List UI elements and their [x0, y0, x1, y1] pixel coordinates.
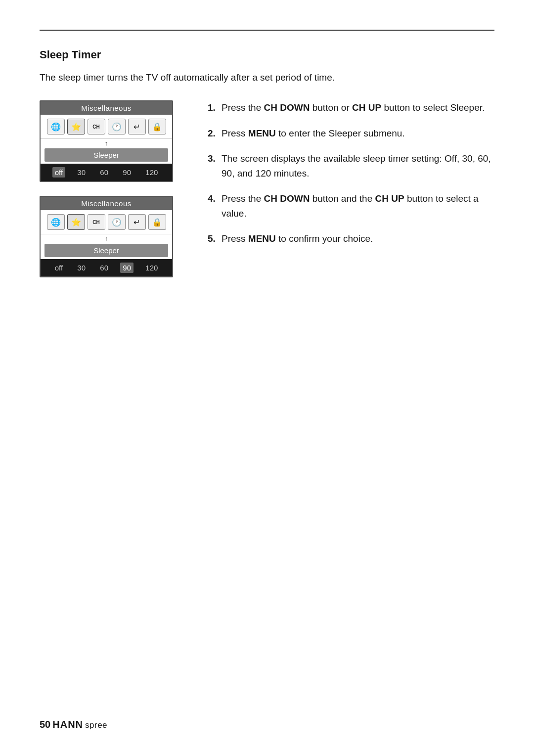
option-90-first: 90 [120, 167, 134, 178]
icon-channel: CH [88, 119, 105, 134]
icon-star-special-2: ⭐ [67, 214, 85, 230]
channel-icon: CH [92, 124, 99, 130]
icon-return: ↵ [128, 119, 146, 134]
tv-menu-second: Miscellaneous 🌐 ⭐ CH 🕐 ↵ [40, 196, 173, 277]
brand-hann: HANN [52, 719, 83, 730]
step-4: 4. Press the CH DOWN button and the CH U… [208, 191, 494, 221]
step-2-text: Press MENU to enter the Sleeper submenu. [222, 126, 405, 140]
icon-clock-2: 🕐 [108, 214, 126, 230]
star-icon-2: ⭐ [71, 218, 81, 227]
submenu-label-second: Sleeper [44, 244, 168, 257]
lock-icon: 🔒 [152, 122, 162, 132]
top-divider [40, 30, 494, 31]
arrow-indicator-second: ↑ [41, 234, 172, 242]
options-row-first: off 30 60 90 120 [41, 164, 172, 181]
option-30-second: 30 [75, 263, 88, 273]
icon-return-2: ↵ [128, 214, 146, 230]
step-1-number: 1. [208, 100, 222, 115]
step-5-text: Press MENU to confirm your choice. [222, 231, 373, 246]
globe-icon-2: 🌐 [51, 218, 61, 227]
return-icon-2: ↵ [134, 218, 140, 227]
step-2-number: 2. [208, 126, 222, 140]
section-title: Sleep Timer [40, 48, 494, 61]
intro-text: The sleep timer turns the TV off automat… [40, 70, 425, 85]
icon-star-special: ⭐ [67, 119, 85, 134]
icon-lock-2: 🔒 [148, 214, 166, 230]
submenu-label-first: Sleeper [44, 148, 168, 162]
menu-header-first: Miscellaneous [41, 101, 172, 115]
content-area: Miscellaneous 🌐 ⭐ CH [40, 100, 494, 277]
option-60-second: 60 [97, 263, 111, 273]
step-2: 2. Press MENU to enter the Sleeper subme… [208, 126, 494, 140]
step-3-number: 3. [208, 151, 222, 180]
icon-channel-2: CH [88, 214, 105, 230]
option-off-second: off [52, 263, 65, 273]
menu-icons-row-second: 🌐 ⭐ CH 🕐 ↵ 🔒 [41, 210, 172, 234]
icon-globe-2: 🌐 [47, 214, 65, 230]
step-3-text: The screen displays the available sleep … [222, 151, 494, 180]
screenshots-column: Miscellaneous 🌐 ⭐ CH [40, 100, 183, 277]
instructions-column: 1. Press the CH DOWN button or CH UP but… [208, 100, 494, 257]
tv-menu-first: Miscellaneous 🌐 ⭐ CH [40, 100, 173, 182]
clock-icon: 🕐 [112, 122, 122, 132]
channel-icon-2: CH [92, 220, 99, 225]
option-off-first: off [52, 167, 65, 178]
star-icon: ⭐ [71, 122, 81, 132]
brand-spree: spree [85, 720, 107, 730]
step-4-number: 4. [208, 191, 222, 221]
footer: 50 HANNspree [40, 719, 107, 730]
arrow-indicator-first: ↑ [41, 139, 172, 146]
option-30-first: 30 [75, 167, 88, 178]
lock-icon-2: 🔒 [152, 218, 162, 227]
menu-header-second: Miscellaneous [41, 197, 172, 210]
step-list: 1. Press the CH DOWN button or CH UP but… [208, 100, 494, 246]
option-90-second: 90 [120, 263, 134, 273]
menu-icons-row-first: 🌐 ⭐ CH 🕐 ↵ [41, 115, 172, 139]
step-5-number: 5. [208, 231, 222, 246]
icon-lock: 🔒 [148, 119, 166, 134]
step-3: 3. The screen displays the available sle… [208, 151, 494, 180]
option-120-second: 120 [143, 263, 160, 273]
step-1-text: Press the CH DOWN button or CH UP button… [222, 100, 485, 115]
option-120-first: 120 [143, 167, 160, 178]
icon-globe: 🌐 [47, 119, 65, 134]
return-icon: ↵ [134, 122, 140, 132]
step-4-text: Press the CH DOWN button and the CH UP b… [222, 191, 494, 221]
option-60-first: 60 [97, 167, 111, 178]
page-number: 50 [40, 719, 50, 730]
icon-clock: 🕐 [108, 119, 126, 134]
clock-icon-2: 🕐 [112, 218, 122, 227]
step-1: 1. Press the CH DOWN button or CH UP but… [208, 100, 494, 115]
options-row-second: off 30 60 90 120 [41, 259, 172, 276]
globe-icon: 🌐 [51, 122, 61, 132]
step-5: 5. Press MENU to confirm your choice. [208, 231, 494, 246]
page-wrapper: Sleep Timer The sleep timer turns the TV… [0, 0, 534, 317]
